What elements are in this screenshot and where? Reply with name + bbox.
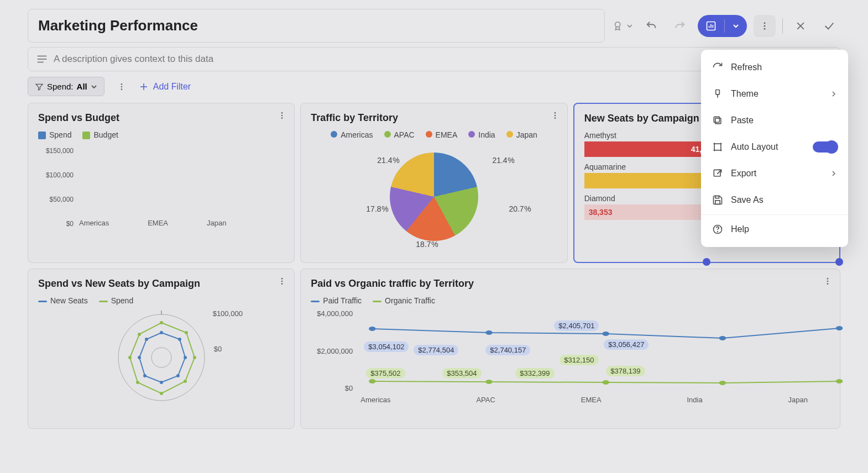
more-options-button[interactable] <box>754 15 776 37</box>
save-icon <box>712 195 723 206</box>
card-title: Traffic by Territory <box>311 112 557 124</box>
svg-rect-53 <box>714 117 719 122</box>
add-chart-split-button[interactable] <box>698 15 747 37</box>
svg-point-2 <box>764 22 766 24</box>
svg-point-43 <box>603 332 610 336</box>
pie-chart: 21.4% 20.7% 18.7% 17.8% 21.4% <box>311 153 557 241</box>
svg-point-37 <box>138 333 141 336</box>
filter-spend-label: Spend: <box>47 82 74 91</box>
menu-help[interactable]: Help <box>701 216 848 243</box>
chevron-right-icon <box>830 170 837 177</box>
menu-refresh[interactable]: Refresh <box>701 54 848 81</box>
svg-point-6 <box>121 86 122 87</box>
svg-point-47 <box>486 380 493 384</box>
card-menu-button[interactable] <box>278 277 286 286</box>
svg-point-14 <box>281 278 283 280</box>
redo-button[interactable] <box>669 15 691 37</box>
svg-point-44 <box>719 336 726 340</box>
resize-handle[interactable] <box>835 258 843 266</box>
refresh-icon <box>712 62 723 73</box>
svg-point-18 <box>151 348 171 367</box>
svg-point-30 <box>160 321 163 324</box>
add-filter-button[interactable]: Add Filter <box>139 82 191 92</box>
plus-icon <box>139 82 149 92</box>
card-menu-button[interactable] <box>278 111 286 120</box>
chevron-right-icon <box>830 91 837 97</box>
resize-handle[interactable] <box>703 258 710 266</box>
svg-point-9 <box>281 115 283 117</box>
confirm-button[interactable] <box>818 15 840 37</box>
svg-rect-55 <box>714 170 720 176</box>
svg-point-24 <box>184 356 187 359</box>
svg-point-4 <box>764 28 766 29</box>
svg-point-35 <box>136 381 139 384</box>
svg-point-13 <box>554 117 556 119</box>
svg-point-31 <box>185 331 188 334</box>
svg-point-25 <box>176 374 180 377</box>
certify-icon[interactable] <box>611 15 634 37</box>
legend: Americas APAC EMEA India Japan <box>311 130 557 139</box>
svg-point-5 <box>121 83 122 85</box>
menu-export[interactable]: Export <box>701 160 848 187</box>
card-title: Spend vs New Seats by Campaign <box>38 278 284 290</box>
svg-point-48 <box>603 380 610 385</box>
card-spend-vs-budget[interactable]: Spend vs Budget Spend Budget $150,000 $1… <box>28 103 295 263</box>
svg-point-7 <box>121 88 122 90</box>
svg-point-49 <box>719 381 726 385</box>
y-axis-ticks: $150,000 $100,000 $50,000 $0 <box>38 144 74 224</box>
card-traffic-territory[interactable]: Traffic by Territory Americas APAC EMEA … <box>300 103 567 263</box>
menu-paste[interactable]: Paste <box>701 107 848 134</box>
svg-point-41 <box>369 327 376 331</box>
add-chart-icon[interactable] <box>698 15 724 37</box>
radar-axis-min: $0 <box>214 345 222 353</box>
export-icon <box>712 168 723 179</box>
more-options-menu: Refresh Theme Paste Auto Layout Export S… <box>701 50 848 247</box>
svg-point-33 <box>184 380 187 383</box>
svg-rect-57 <box>715 196 719 198</box>
auto-layout-toggle[interactable] <box>813 141 837 153</box>
card-title: Spend vs Budget <box>38 112 284 124</box>
legend: Paid Traffic Organic Traffic <box>311 296 830 305</box>
svg-point-39 <box>827 281 829 282</box>
undo-button[interactable] <box>640 15 662 37</box>
menu-theme[interactable]: Theme <box>701 81 848 107</box>
svg-rect-54 <box>714 144 721 150</box>
legend: New Seats Spend <box>38 296 284 305</box>
help-icon <box>712 224 723 235</box>
svg-point-12 <box>554 115 556 117</box>
add-chart-dropdown[interactable] <box>725 15 747 37</box>
card-menu-button[interactable] <box>823 277 832 286</box>
svg-point-10 <box>281 117 283 119</box>
paste-icon <box>712 115 723 126</box>
svg-rect-52 <box>715 118 721 124</box>
svg-point-29 <box>145 338 148 341</box>
auto-layout-icon <box>712 141 723 153</box>
menu-save-as[interactable]: Save As <box>701 187 848 213</box>
card-paid-organic[interactable]: Paid vs Organic traffic by Territory Pai… <box>300 269 840 429</box>
svg-point-8 <box>281 112 283 114</box>
filter-spend-value: All <box>77 82 87 91</box>
card-menu-button[interactable] <box>551 111 560 120</box>
svg-point-27 <box>143 374 147 377</box>
svg-point-23 <box>178 338 181 341</box>
svg-rect-56 <box>715 201 720 204</box>
svg-point-15 <box>281 281 283 282</box>
svg-rect-51 <box>716 90 720 94</box>
svg-point-22 <box>160 331 163 334</box>
svg-point-0 <box>615 22 620 27</box>
description-icon <box>36 53 48 65</box>
svg-point-46 <box>369 379 376 383</box>
x-axis-labels: Americas APAC EMEA India Japan <box>311 396 830 404</box>
svg-point-42 <box>486 330 493 335</box>
dashboard-title-input[interactable] <box>28 9 605 43</box>
card-spend-newseats[interactable]: Spend vs New Seats by Campaign New Seats… <box>28 269 295 429</box>
filter-spend-chip[interactable]: Spend: All <box>28 77 104 96</box>
filter-more-button[interactable] <box>112 77 131 96</box>
svg-point-28 <box>138 356 141 359</box>
svg-point-50 <box>836 379 843 383</box>
svg-point-40 <box>827 283 829 285</box>
cancel-button[interactable] <box>789 15 812 37</box>
svg-point-38 <box>827 278 829 280</box>
svg-point-26 <box>160 381 163 384</box>
menu-auto-layout[interactable]: Auto Layout <box>701 134 848 160</box>
